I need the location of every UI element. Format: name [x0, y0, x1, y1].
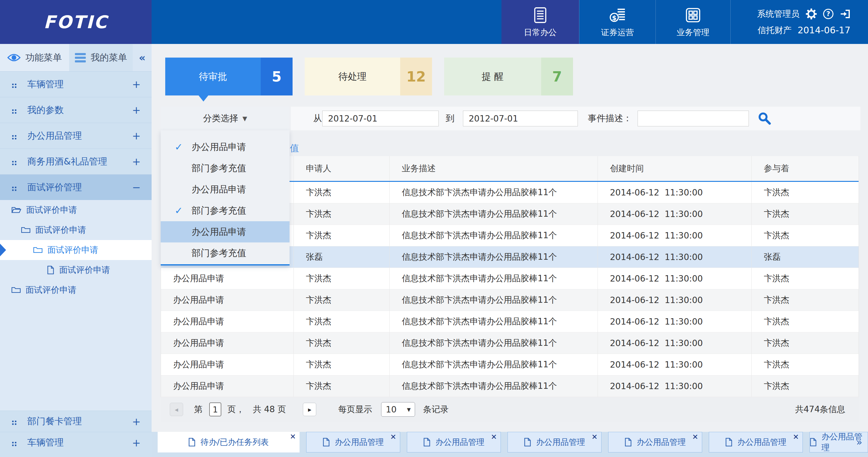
close-icon[interactable]: ✕: [491, 433, 497, 441]
card-label: 提 醒: [444, 58, 541, 95]
main-content: 待审批 5 待处理 12 提 醒 7 分类选择 ▼ 从 到 事件描述：: [152, 44, 868, 457]
file-icon: [725, 438, 733, 447]
submenu-item[interactable]: 面试评价申请: [0, 220, 152, 240]
sidebar-item-wine-gifts[interactable]: 商务用酒&礼品管理 +: [0, 149, 152, 174]
submenu-item-active[interactable]: 面试评价申请: [0, 240, 152, 260]
sidebar-item-vehicle-2[interactable]: 车辆管理 +: [0, 432, 152, 453]
bottom-tab[interactable]: 办公用品管理 ✕: [407, 432, 501, 453]
expand-plus-icon[interactable]: +: [132, 437, 141, 449]
sidebar-item-label: 商务用酒&礼品管理: [27, 156, 107, 168]
dropdown-option-label: 部门参考充值: [192, 247, 246, 259]
page-number-input[interactable]: 1: [209, 402, 221, 416]
close-icon[interactable]: ✕: [290, 432, 296, 441]
sidebar-collapse-button[interactable]: «: [133, 44, 152, 71]
file-icon: [524, 438, 531, 447]
bottom-tab-label: 办公用品管理: [637, 437, 686, 448]
per-page-label: 每页显示: [338, 404, 372, 415]
prev-page-button[interactable]: ◂: [170, 403, 183, 416]
bottom-tab-label: 办公用品管理: [737, 437, 786, 448]
sidebar-item-my-params[interactable]: 我的参数 +: [0, 97, 152, 123]
card-label: 待处理: [305, 58, 400, 95]
sidebar-item-office-supplies[interactable]: 办公用品管理 +: [0, 123, 152, 149]
folder-icon: [21, 226, 30, 234]
tab-my-menu[interactable]: 我的菜单: [69, 44, 133, 71]
collapse-minus-icon[interactable]: −: [132, 181, 141, 193]
nav-tab-securities[interactable]: $ 证券运营: [579, 0, 655, 44]
check-icon: ✓: [175, 141, 183, 153]
bottom-tab[interactable]: 办公用品管理 ✕: [709, 432, 803, 453]
category-select-dropdown[interactable]: 分类选择 ▼: [161, 107, 289, 130]
active-card-pointer: [198, 95, 208, 101]
expand-plus-icon[interactable]: +: [132, 156, 141, 168]
close-icon[interactable]: ✕: [591, 433, 597, 441]
table-row[interactable]: 办公用品申请卞洪杰信息技术部卞洪杰申请办公用品胶棒11个2014-06-12 1…: [161, 311, 859, 332]
top-header: FOTIC 日常办公 $ 证券运营: [0, 0, 868, 44]
dropdown-option[interactable]: 部门参考充值: [161, 158, 289, 179]
tab-my-label: 我的菜单: [91, 52, 127, 64]
nav-tab-daily-office[interactable]: 日常办公: [501, 0, 579, 44]
nav-tab-business[interactable]: 业务管理: [655, 0, 731, 44]
user-name: 系统管理员: [757, 8, 800, 20]
bottom-tab-task-list[interactable]: 待办/已办任务列表 ✕: [158, 432, 300, 453]
file-icon: [47, 266, 54, 274]
submenu-item[interactable]: 面试评价申请: [0, 200, 152, 220]
close-icon[interactable]: ✕: [390, 433, 396, 441]
per-page-select[interactable]: 10 ▼: [381, 402, 415, 417]
dropdown-option-label: 部门参考充值: [192, 204, 246, 217]
dropdown-option[interactable]: ✓ 办公用品申请: [161, 136, 289, 158]
dropdown-option[interactable]: ✓ 部门参考充值: [161, 200, 289, 221]
bottom-tab-overflow[interactable]: 办公用品管理 »: [809, 432, 868, 453]
logo: FOTIC: [0, 0, 152, 44]
card-pending-approval[interactable]: 待审批 5: [165, 58, 292, 95]
per-page-value: 10: [385, 404, 397, 415]
dropdown-option[interactable]: 部门参考充值: [161, 242, 289, 264]
help-icon[interactable]: ?: [823, 9, 833, 19]
hamburger-icon: [75, 53, 86, 62]
event-desc-input[interactable]: [638, 110, 749, 126]
page-prefix-label: 第: [194, 404, 203, 415]
bottom-tab[interactable]: 办公用品管理 ✕: [507, 432, 601, 453]
page-suffix-label: 页，: [227, 404, 244, 415]
table-row[interactable]: 办公用品申请卞洪杰信息技术部卞洪杰申请办公用品胶棒11个2014-06-12 1…: [161, 376, 859, 397]
col-header-participant: 参与着: [751, 156, 859, 181]
dropdown-option-highlighted[interactable]: 办公用品申请: [161, 221, 289, 242]
tab-function-menu[interactable]: 功能菜单: [0, 44, 69, 71]
expand-plus-icon[interactable]: +: [132, 104, 141, 116]
logout-icon[interactable]: [839, 8, 850, 20]
card-pending-process[interactable]: 待处理 12: [305, 58, 432, 95]
search-icon[interactable]: [757, 111, 772, 127]
more-tabs-icon[interactable]: »: [856, 436, 862, 448]
date-from-input[interactable]: [322, 110, 439, 126]
event-desc-label: 事件描述：: [588, 107, 632, 130]
date-to-input[interactable]: [463, 110, 578, 126]
expand-plus-icon[interactable]: +: [132, 78, 141, 90]
sidebar-item-interview-eval[interactable]: 面试评价管理 −: [0, 174, 152, 200]
dropdown-option-label: 办公用品申请: [192, 141, 246, 153]
expand-plus-icon[interactable]: +: [132, 130, 141, 142]
check-icon: ✓: [175, 205, 183, 217]
table-row[interactable]: 办公用品申请卞洪杰信息技术部卞洪杰申请办公用品胶棒11个2014-06-12 1…: [161, 268, 859, 289]
card-reminder[interactable]: 提 醒 7: [444, 58, 573, 95]
sidebar-item-label: 车辆管理: [27, 78, 64, 91]
close-icon[interactable]: ✕: [692, 433, 698, 441]
logo-text: FOTIC: [44, 12, 108, 32]
table-row[interactable]: 办公用品申请卞洪杰信息技术部卞洪杰申请办公用品胶棒11个2014-06-12 1…: [161, 354, 859, 376]
sidebar-item-meal-card[interactable]: 部门餐卡管理 +: [0, 411, 152, 432]
table-row[interactable]: 办公用品申请卞洪杰信息技术部卞洪杰申请办公用品胶棒11个2014-06-12 1…: [161, 332, 859, 354]
close-icon[interactable]: ✕: [793, 433, 799, 441]
next-page-button[interactable]: ▸: [303, 403, 316, 416]
sidebar-item-vehicle[interactable]: 车辆管理 +: [0, 71, 152, 97]
bottom-tab[interactable]: 办公用品管理 ✕: [608, 432, 702, 453]
submenu-item[interactable]: 面试评价申请: [0, 260, 152, 280]
bottom-tab[interactable]: 办公用品管理 ✕: [306, 432, 400, 453]
gear-icon[interactable]: [806, 8, 817, 20]
sidebar-tabs: 功能菜单 我的菜单 «: [0, 44, 152, 71]
card-count-badge: 7: [541, 58, 573, 95]
table-row[interactable]: 办公用品申请卞洪杰信息技术部卞洪杰申请办公用品胶棒11个2014-06-12 1…: [161, 289, 859, 311]
submenu-item[interactable]: 面试评价申请: [0, 280, 152, 300]
expand-plus-icon[interactable]: +: [132, 416, 141, 428]
file-icon: [624, 438, 632, 447]
col-header-description: 业务描述: [390, 156, 597, 181]
col-header-applicant: 申请人: [294, 156, 390, 181]
dropdown-option[interactable]: 办公用品申请: [161, 179, 289, 200]
